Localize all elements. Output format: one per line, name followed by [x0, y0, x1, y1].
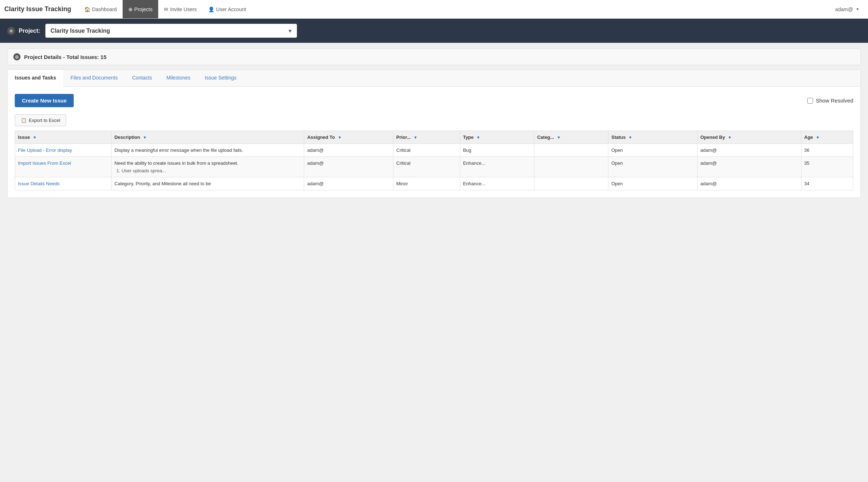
show-resolved-label[interactable]: Show Resolved — [807, 97, 853, 104]
filter-description-icon[interactable]: ▼ — [143, 135, 147, 140]
table-header-row: Issue ▼ Description ▼ Assigned To ▼ — [15, 131, 853, 144]
show-resolved-checkbox[interactable] — [807, 98, 813, 104]
issue-priority: Critical — [393, 144, 460, 157]
nav-projects-label: Projects — [134, 6, 153, 12]
project-expand-circle[interactable]: ⊕ — [7, 27, 15, 35]
filter-status-icon[interactable]: ▼ — [629, 135, 632, 140]
project-details-title: Project Details - Total Issues: 15 — [24, 54, 106, 60]
tab-contacts[interactable]: Contacts — [125, 70, 159, 86]
issue-age: 35 — [801, 157, 853, 177]
nav-dashboard-label: Dashboard — [92, 6, 117, 12]
filter-assigned-icon[interactable]: ▼ — [338, 135, 342, 140]
th-category[interactable]: Categ... ▼ — [534, 131, 608, 144]
issue-priority: Minor — [393, 177, 460, 190]
app-title: Clarity Issue Tracking — [4, 5, 71, 13]
issue-age: 36 — [801, 144, 853, 157]
th-type[interactable]: Type ▼ — [460, 131, 534, 144]
issue-status: Open — [608, 144, 698, 157]
project-label: Project: — [19, 28, 40, 34]
tabs-header: Issues and Tasks Files and Documents Con… — [8, 70, 860, 87]
issue-type: Enhance... — [460, 177, 534, 190]
tabs-panel: Issues and Tasks Files and Documents Con… — [7, 69, 861, 198]
project-bar: ⊕ Project: Clarity Issue Tracking ▼ — [0, 19, 868, 43]
nav-dashboard[interactable]: 🏠 Dashboard — [78, 0, 123, 18]
issue-type: Bug — [460, 144, 534, 157]
th-age[interactable]: Age ▼ — [801, 131, 853, 144]
nav-items: 🏠 Dashboard ⊕ Projects ✉ Invite Users 👤 … — [78, 0, 831, 18]
export-bar: 📋 Export to Excel — [15, 114, 853, 126]
filter-priority-icon[interactable]: ▼ — [414, 135, 417, 140]
user-account-icon: 👤 — [208, 6, 214, 12]
th-assigned-to[interactable]: Assigned To ▼ — [304, 131, 393, 144]
th-priority[interactable]: Prior... ▼ — [393, 131, 460, 144]
project-select[interactable]: Clarity Issue Tracking — [45, 24, 297, 38]
tab-files-and-documents[interactable]: Files and Documents — [63, 70, 125, 86]
th-status[interactable]: Status ▼ — [608, 131, 698, 144]
issue-description: Category, Priority, and Milestone all ne… — [111, 177, 304, 190]
issue-assigned-to: adam@ — [304, 144, 393, 157]
th-issue[interactable]: Issue ▼ — [15, 131, 111, 144]
tab-issues-label: Issues and Tasks — [15, 75, 56, 81]
create-new-issue-button[interactable]: Create New Issue — [15, 94, 74, 107]
issue-link[interactable]: File Upload - Error display — [18, 147, 72, 153]
show-resolved-text: Show Resolved — [816, 97, 853, 104]
issue-assigned-to: adam@ — [304, 177, 393, 190]
tab-milestones-label: Milestones — [166, 75, 191, 81]
main-content: ⊕ Project Details - Total Issues: 15 Iss… — [0, 43, 868, 204]
user-dropdown[interactable]: adam@ ▼ — [831, 6, 864, 12]
nav-projects[interactable]: ⊕ Projects — [123, 0, 159, 18]
project-details-expand-icon: ⊕ — [13, 53, 20, 60]
export-icon: 📋 — [21, 118, 27, 123]
issue-status: Open — [608, 157, 698, 177]
invite-icon: ✉ — [164, 6, 168, 12]
tab-content: Create New Issue Show Resolved 📋 Export … — [8, 87, 860, 197]
tab-issues-and-tasks[interactable]: Issues and Tasks — [8, 70, 63, 87]
issue-priority: Critical — [393, 157, 460, 177]
nav-user-account[interactable]: 👤 User Account — [202, 0, 252, 18]
export-label: Export to Excel — [29, 118, 60, 123]
home-icon: 🏠 — [84, 6, 90, 12]
tab-contacts-label: Contacts — [132, 75, 152, 81]
filter-openedby-icon[interactable]: ▼ — [728, 135, 732, 140]
filter-type-icon[interactable]: ▼ — [476, 135, 480, 140]
export-to-excel-button[interactable]: 📋 Export to Excel — [15, 114, 66, 126]
table-row: Issue Details NeedsCategory, Priority, a… — [15, 177, 853, 190]
projects-icon: ⊕ — [128, 6, 133, 12]
th-description[interactable]: Description ▼ — [111, 131, 304, 144]
issue-sub-item: User uploads sprea... — [122, 168, 301, 173]
dropdown-arrow: ▼ — [856, 7, 859, 11]
issue-age: 34 — [801, 177, 853, 190]
filter-issue-icon[interactable]: ▼ — [33, 135, 37, 140]
table-row: File Upload - Error displayDisplay a mea… — [15, 144, 853, 157]
issue-link[interactable]: Import Issues From Excel — [18, 160, 71, 166]
project-details-header[interactable]: ⊕ Project Details - Total Issues: 15 — [7, 49, 861, 65]
tab-issue-settings-label: Issue Settings — [205, 75, 237, 81]
tab-issue-settings[interactable]: Issue Settings — [198, 70, 244, 86]
issue-category — [534, 157, 608, 177]
issue-assigned-to: adam@ — [304, 157, 393, 177]
issue-description: Display a meaningful error message when … — [111, 144, 304, 157]
issue-status: Open — [608, 177, 698, 190]
issues-table: Issue ▼ Description ▼ Assigned To ▼ — [15, 131, 853, 190]
issue-category — [534, 144, 608, 157]
tab-milestones[interactable]: Milestones — [159, 70, 198, 86]
issues-table-wrapper: Issue ▼ Description ▼ Assigned To ▼ — [15, 131, 853, 190]
issue-opened-by: adam@ — [697, 157, 801, 177]
user-email: adam@ — [835, 6, 853, 12]
nav-invite-label: Invite Users — [170, 6, 197, 12]
nav-user-account-label: User Account — [216, 6, 246, 12]
th-opened-by[interactable]: Opened By ▼ — [697, 131, 801, 144]
action-bar: Create New Issue Show Resolved — [15, 94, 853, 107]
table-row: Import Issues From ExcelNeed the ability… — [15, 157, 853, 177]
tab-files-label: Files and Documents — [70, 75, 118, 81]
top-nav: Clarity Issue Tracking 🏠 Dashboard ⊕ Pro… — [0, 0, 868, 19]
issue-type: Enhance... — [460, 157, 534, 177]
issue-link[interactable]: Issue Details Needs — [18, 181, 60, 186]
nav-invite-users[interactable]: ✉ Invite Users — [158, 0, 202, 18]
issue-opened-by: adam@ — [697, 177, 801, 190]
filter-age-icon[interactable]: ▼ — [816, 135, 820, 140]
issue-category — [534, 177, 608, 190]
project-select-wrapper: Clarity Issue Tracking ▼ — [45, 24, 297, 38]
filter-category-icon[interactable]: ▼ — [557, 135, 561, 140]
issue-description: Need the ability to create issues in bul… — [111, 157, 304, 177]
